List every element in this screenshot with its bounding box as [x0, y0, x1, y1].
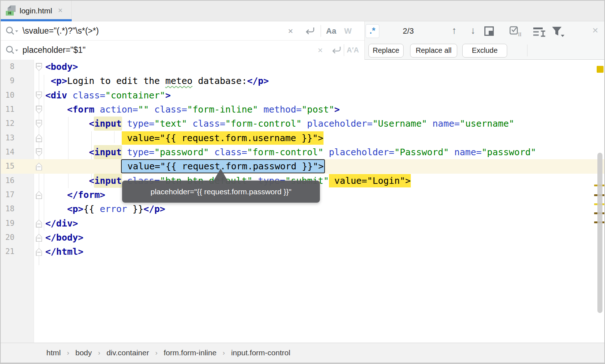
fold-marker-icon[interactable] [36, 191, 42, 199]
replace-clear-icon[interactable]: × [318, 41, 323, 60]
replace-history-icon[interactable] [5, 45, 20, 55]
line-number: 12 [1, 117, 14, 131]
find-replace-bar: \svalue="(.*)?"\s*(>*) × Aa W .* [1, 21, 604, 60]
search-history-icon[interactable] [5, 26, 20, 36]
fold-marker-icon[interactable] [36, 106, 42, 114]
match-case-toggle[interactable]: Aa [326, 21, 336, 41]
next-occurrence-icon[interactable]: ↓ [471, 21, 476, 40]
match-counter: 2/3 [394, 21, 423, 41]
fold-slot [14, 174, 45, 188]
close-find-bar-icon[interactable]: × [592, 21, 598, 39]
fold-slot [14, 245, 45, 259]
code-text[interactable]: </form> [45, 188, 105, 202]
search-filter-funnel-icon[interactable] [551, 26, 565, 38]
code-text[interactable]: value="{{ request.form.username }}"> [45, 131, 324, 145]
tab-close-icon[interactable]: × [58, 1, 63, 20]
fold-slot [14, 102, 45, 117]
fold-slot [14, 202, 45, 216]
breadcrumb-item[interactable]: form.form-inline [164, 348, 217, 357]
fold-marker-icon[interactable] [36, 234, 42, 242]
line-number: 8 [1, 60, 14, 74]
preserve-case-toggle[interactable]: A′A [347, 41, 359, 60]
code-editor[interactable]: 8<body>9 <p>Login to edit the meteo data… [1, 60, 604, 343]
divider [321, 25, 321, 37]
code-text[interactable]: <form action="" class="form-inline" meth… [45, 102, 340, 117]
breadcrumb-separator-icon: › [223, 349, 225, 357]
line-number: 13 [1, 131, 14, 145]
fold-marker-icon[interactable] [36, 162, 42, 170]
line-number: 9 [1, 74, 14, 88]
editor-tab-bar: H login.html × [1, 1, 604, 21]
breadcrumb-item[interactable]: input.form-control [231, 348, 290, 357]
line-number: 19 [1, 216, 14, 230]
inspection-status-indicator[interactable] [597, 66, 604, 73]
divider [344, 44, 344, 56]
tab-login-html[interactable]: H login.html × [1, 1, 72, 21]
code-line: 18 <p>{{ error }}</p> [1, 202, 604, 216]
line-number: 20 [1, 230, 14, 245]
replace-input[interactable]: placeholder="$1" [22, 41, 85, 59]
fold-marker-icon[interactable] [36, 220, 42, 228]
fold-marker-icon[interactable] [36, 134, 42, 142]
fold-marker-icon[interactable] [36, 248, 42, 256]
tooltip-arrow [213, 169, 228, 181]
code-text[interactable]: </html> [45, 245, 83, 259]
select-all-occurrences-icon[interactable]: II [509, 26, 525, 37]
fold-slot [14, 74, 45, 88]
code-text[interactable]: </div> [45, 216, 78, 230]
line-number: 15 [1, 159, 14, 173]
regex-toggle[interactable]: .* [366, 24, 379, 38]
code-line: 11 <form action="" class="form-inline" m… [1, 102, 604, 117]
vertical-scrollbar[interactable] [597, 153, 602, 313]
code-lines: 8<body>9 <p>Login to edit the meteo data… [1, 60, 604, 259]
breadcrumb-separator-icon: › [98, 349, 100, 357]
code-line: 8<body> [1, 60, 604, 74]
filter-lines-icon[interactable] [533, 27, 546, 37]
html-file-icon: H [6, 5, 16, 16]
fold-slot [14, 188, 45, 202]
fold-marker-icon[interactable] [36, 92, 42, 100]
tab-label: login.html [20, 1, 52, 21]
replace-all-button[interactable]: Replace all [410, 44, 457, 58]
replace-field[interactable]: placeholder="$1" × A′A [1, 41, 365, 60]
breadcrumb-item[interactable]: body [75, 348, 92, 357]
ide-window: H login.html × \svalue="(.*)?"\s*(>*) × [0, 0, 605, 364]
breadcrumb-separator-icon: › [155, 349, 157, 357]
code-text[interactable]: <p>{{ error }}</p> [45, 202, 165, 216]
code-line: 21</html> [1, 245, 604, 259]
search-field[interactable]: \svalue="(.*)?"\s*(>*) × Aa W [1, 21, 365, 41]
code-text[interactable]: <input type="password" class="form-contr… [45, 145, 536, 159]
breadcrumb-item[interactable]: html [46, 348, 61, 357]
fold-slot [14, 216, 45, 230]
fold-marker-icon[interactable] [36, 63, 42, 71]
exclude-button[interactable]: Exclude [462, 44, 507, 58]
previous-occurrence-icon[interactable]: ↑ [452, 21, 457, 40]
fold-slot [14, 230, 45, 245]
fold-marker-icon[interactable] [36, 148, 42, 156]
line-number: 14 [1, 145, 14, 159]
code-text[interactable]: <body> [45, 60, 78, 74]
fold-slot [14, 159, 45, 173]
code-text[interactable]: <input type="text" class="form-control" … [45, 117, 514, 131]
breadcrumb-item[interactable]: div.container [107, 348, 149, 357]
code-line: 15 value="{{ request.form.password }}"> [1, 159, 604, 173]
line-number: 11 [1, 102, 14, 117]
search-input[interactable]: \svalue="(.*)?"\s*(>*) [22, 21, 99, 40]
line-number: 17 [1, 188, 14, 202]
words-toggle[interactable]: W [344, 21, 352, 41]
code-text[interactable]: value="{{ request.form.password }}"> [45, 159, 324, 173]
search-clear-icon[interactable]: × [288, 21, 293, 41]
replace-button[interactable]: Replace [368, 44, 404, 58]
code-line: 9 <p>Login to edit the meteo database:</… [1, 74, 604, 88]
code-text[interactable]: <div class="container"> [45, 88, 171, 102]
fold-marker-icon[interactable] [36, 120, 42, 128]
open-in-find-window-icon[interactable] [484, 26, 494, 36]
divider [527, 45, 527, 56]
code-line: 10<div class="container"> [1, 88, 604, 102]
line-number: 18 [1, 202, 14, 216]
fold-slot [14, 131, 45, 145]
code-text[interactable]: <p>Login to edit the meteo database:</p> [45, 74, 269, 88]
replacement-preview-tooltip: placeholder="{{ request.form.password }}… [122, 181, 320, 203]
code-text[interactable]: </body> [45, 230, 83, 245]
fold-slot [14, 145, 45, 159]
